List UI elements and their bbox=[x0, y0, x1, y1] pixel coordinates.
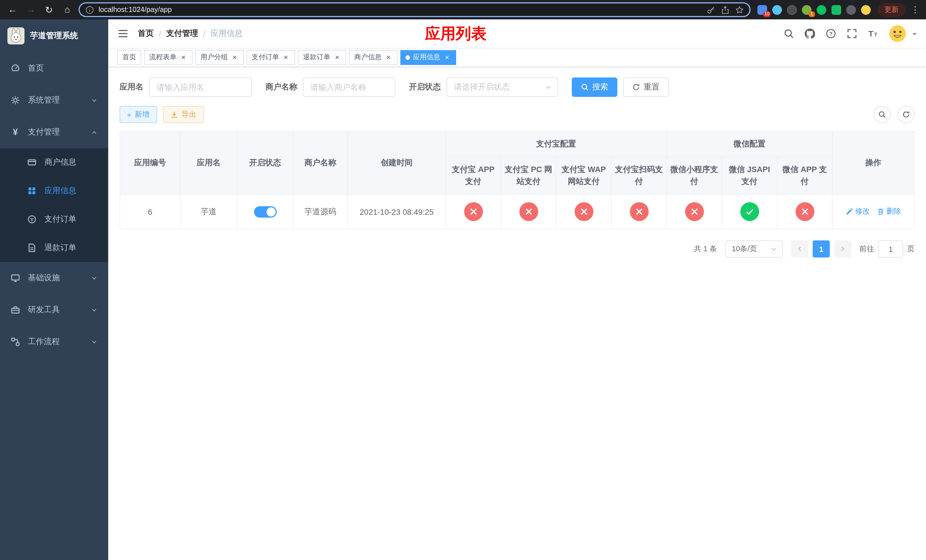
close-icon[interactable]: × bbox=[231, 53, 239, 61]
browser-update-button[interactable]: 更新 bbox=[878, 3, 905, 17]
address-bar[interactable]: localhost:1024/pay/app bbox=[79, 2, 750, 17]
extension-icon-1[interactable]: 10 bbox=[757, 5, 767, 15]
extension-icon-7[interactable] bbox=[846, 5, 856, 15]
sidebar-item-label: 支付管理 bbox=[28, 127, 83, 137]
status-cross-icon bbox=[795, 202, 814, 221]
close-icon[interactable]: × bbox=[333, 53, 341, 61]
refresh-table-button[interactable] bbox=[897, 106, 915, 123]
col-group-wechat: 微信配置 bbox=[667, 131, 832, 157]
extension-icon-5[interactable] bbox=[817, 5, 826, 15]
top-navbar: 首页 / 支付管理 / 应用信息 应用列表 ? bbox=[108, 20, 926, 48]
sidebar-item-label: 商户信息 bbox=[44, 157, 97, 168]
extension-icon-6[interactable] bbox=[831, 5, 841, 15]
sidebar-item-label: 工作流程 bbox=[28, 337, 83, 347]
app-logo[interactable]: 芋道管理系统 bbox=[0, 20, 108, 52]
goto-suffix: 页 bbox=[907, 244, 915, 254]
export-button[interactable]: 导出 bbox=[163, 106, 204, 123]
breadcrumb-separator: / bbox=[159, 29, 161, 38]
document-icon bbox=[27, 243, 36, 252]
col-wechat-app: 微信 APP 支付 bbox=[777, 157, 832, 195]
next-page-button[interactable] bbox=[834, 241, 851, 257]
page-number-button[interactable]: 1 bbox=[813, 241, 830, 257]
breadcrumb-payment[interactable]: 支付管理 bbox=[166, 29, 198, 39]
tag-pay-orders[interactable]: 支付订单 × bbox=[247, 50, 295, 65]
extension-badge: 10 bbox=[763, 11, 770, 17]
extension-icon-2[interactable] bbox=[772, 5, 782, 15]
sidebar-item-workflow[interactable]: 工作流程 bbox=[0, 326, 108, 358]
browser-menu-icon[interactable]: ⋮ bbox=[910, 5, 920, 15]
sidebar-item-infrastructure[interactable]: 基础设施 bbox=[0, 262, 108, 294]
workflow-icon bbox=[11, 337, 20, 347]
goto-page-input[interactable] bbox=[878, 241, 903, 257]
status-cross-icon bbox=[519, 202, 538, 221]
tag-user-group[interactable]: 用户分组 × bbox=[195, 50, 244, 65]
reload-icon[interactable]: ↻ bbox=[42, 3, 56, 17]
sidebar-item-pay-orders[interactable]: 支付订单 bbox=[0, 205, 108, 233]
site-info-icon[interactable] bbox=[85, 5, 94, 14]
status-toggle[interactable] bbox=[254, 206, 277, 217]
fullscreen-icon[interactable] bbox=[847, 29, 857, 39]
user-menu-caret-icon[interactable] bbox=[912, 33, 917, 38]
extensions-cluster: 10 1 bbox=[755, 5, 873, 15]
delete-button[interactable]: 删除 bbox=[877, 206, 901, 217]
active-dot bbox=[406, 55, 410, 59]
show-search-toggle-button[interactable] bbox=[874, 106, 891, 123]
search-icon[interactable] bbox=[784, 29, 794, 39]
github-icon[interactable] bbox=[805, 29, 815, 39]
tag-merchant-info[interactable]: 商户信息 × bbox=[349, 50, 398, 65]
bookmark-star-icon[interactable] bbox=[735, 5, 744, 14]
chevron-down-icon bbox=[545, 84, 552, 91]
close-icon[interactable]: × bbox=[179, 53, 188, 61]
goto-label: 前往 bbox=[859, 244, 874, 254]
tag-refund-orders[interactable]: 退款订单 × bbox=[298, 50, 346, 65]
chevron-down-icon bbox=[91, 339, 97, 345]
url-text[interactable]: localhost:1024/pay/app bbox=[98, 6, 702, 14]
sidebar-item-dev-tools[interactable]: 研发工具 bbox=[0, 294, 108, 326]
share-icon[interactable] bbox=[721, 5, 729, 14]
monitor-icon bbox=[11, 274, 20, 283]
profile-avatar-icon[interactable] bbox=[861, 5, 871, 15]
logo-avatar bbox=[8, 27, 24, 44]
reset-button[interactable]: 重置 bbox=[623, 77, 669, 97]
extension-icon-4[interactable]: 1 bbox=[802, 5, 811, 15]
tag-home[interactable]: 首页 bbox=[117, 50, 141, 65]
tag-process-form[interactable]: 流程表单 × bbox=[144, 50, 192, 65]
edit-button-label: 修改 bbox=[855, 206, 870, 217]
close-icon[interactable]: × bbox=[384, 53, 392, 61]
extension-icon-3[interactable] bbox=[787, 5, 797, 15]
tag-app-info[interactable]: 应用信息 × bbox=[400, 50, 456, 65]
pencil-icon bbox=[846, 208, 853, 215]
col-alipay-qr: 支付宝扫码支付 bbox=[611, 157, 667, 195]
home-icon[interactable]: ⌂ bbox=[61, 3, 74, 17]
sidebar-item-merchant-info[interactable]: 商户信息 bbox=[0, 148, 108, 177]
col-status: 开启状态 bbox=[237, 131, 293, 195]
delete-button-label: 删除 bbox=[887, 206, 901, 217]
font-size-icon[interactable]: TT bbox=[868, 29, 878, 39]
sidebar-item-system[interactable]: 系统管理 bbox=[0, 84, 108, 116]
page-size-select[interactable]: 10条/页 bbox=[725, 241, 783, 257]
sidebar: 芋道管理系统 首页 系统管理 ¥ bbox=[0, 20, 108, 560]
close-icon[interactable]: × bbox=[282, 53, 290, 61]
cell-actions: 修改 删除 bbox=[832, 195, 914, 229]
prev-page-button[interactable] bbox=[791, 241, 808, 257]
search-button-label: 搜索 bbox=[592, 82, 608, 92]
sidebar-item-refund-orders[interactable]: 退款订单 bbox=[0, 233, 108, 262]
app-name-input[interactable] bbox=[149, 77, 252, 97]
password-key-icon[interactable] bbox=[707, 5, 715, 14]
sidebar-item-home[interactable]: 首页 bbox=[0, 52, 108, 84]
sidebar-toggle-icon[interactable] bbox=[117, 28, 129, 39]
add-button[interactable]: + 新增 bbox=[120, 106, 157, 123]
search-button[interactable]: 搜索 bbox=[572, 77, 617, 97]
forward-icon[interactable]: → bbox=[24, 3, 38, 17]
breadcrumb-home[interactable]: 首页 bbox=[138, 29, 154, 39]
sidebar-item-payment[interactable]: ¥ 支付管理 bbox=[0, 116, 108, 148]
edit-button[interactable]: 修改 bbox=[846, 206, 870, 217]
back-icon[interactable]: ← bbox=[6, 3, 20, 17]
user-avatar[interactable] bbox=[889, 25, 906, 42]
tag-label: 首页 bbox=[123, 52, 136, 62]
sidebar-item-app-info[interactable]: 应用信息 bbox=[0, 177, 108, 205]
help-icon[interactable]: ? bbox=[826, 29, 836, 39]
status-select[interactable]: 请选择开启状态 bbox=[446, 77, 558, 97]
merchant-name-input[interactable] bbox=[303, 77, 395, 97]
close-icon[interactable]: × bbox=[443, 53, 451, 61]
